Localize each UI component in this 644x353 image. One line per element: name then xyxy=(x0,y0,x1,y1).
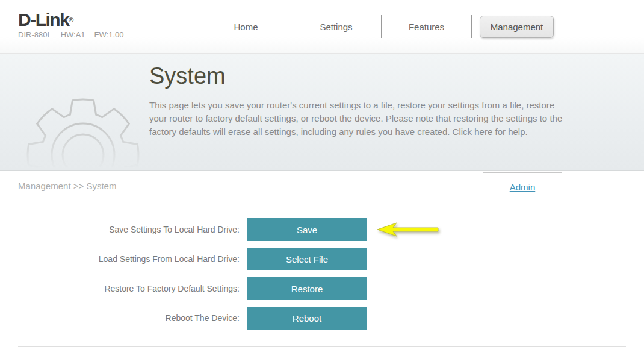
tab-settings[interactable]: Settings xyxy=(291,22,381,32)
tab-management[interactable]: Management xyxy=(472,16,562,38)
device-model: DIR-880L xyxy=(18,30,52,39)
breadcrumb-bar: Management >> System Admin xyxy=(0,171,644,202)
page-description: This page lets you save your router's cu… xyxy=(149,99,566,139)
page-title: System xyxy=(149,63,566,89)
device-fw: FW:1.00 xyxy=(94,30,124,39)
help-link[interactable]: Click here for help. xyxy=(453,127,528,137)
system-form: Save Settings To Local Hard Drive: Save … xyxy=(0,218,644,330)
restore-defaults-label: Restore To Factory Default Settings: xyxy=(0,284,247,293)
logo-text: D-Link xyxy=(18,10,69,30)
device-info: DIR-880L HW:A1 FW:1.00 xyxy=(18,30,123,39)
page-banner: System This page lets you save your rout… xyxy=(0,53,644,171)
save-settings-label: Save Settings To Local Hard Drive: xyxy=(0,225,247,234)
header: D-Link® DIR-880L HW:A1 FW:1.00 Home Sett… xyxy=(0,0,644,53)
reboot-device-label: Reboot The Device: xyxy=(0,313,247,323)
load-settings-label: Load Settings From Local Hard Drive: xyxy=(0,254,247,264)
tab-home[interactable]: Home xyxy=(201,22,291,32)
restore-button[interactable]: Restore xyxy=(247,277,367,300)
reboot-button[interactable]: Reboot xyxy=(247,307,367,330)
breadcrumb: Management >> System xyxy=(18,181,116,191)
tab-home-label[interactable]: Home xyxy=(234,22,258,32)
tab-features-label[interactable]: Features xyxy=(409,22,444,32)
gear-icon xyxy=(23,90,143,170)
dlink-logo: D-Link® xyxy=(18,11,123,29)
admin-link[interactable]: Admin xyxy=(510,182,536,192)
highlight-arrow-icon xyxy=(377,222,439,237)
form-row-restore: Restore To Factory Default Settings: Res… xyxy=(0,277,644,300)
tab-features[interactable]: Features xyxy=(382,22,471,32)
form-row-reboot: Reboot The Device: Reboot xyxy=(0,307,644,330)
save-button[interactable]: Save xyxy=(247,218,367,241)
logo: D-Link® DIR-880L HW:A1 FW:1.00 xyxy=(18,11,123,39)
registered-mark: ® xyxy=(69,16,73,23)
form-row-load: Load Settings From Local Hard Drive: Sel… xyxy=(0,248,644,270)
tab-management-label[interactable]: Management xyxy=(480,16,554,38)
banner-content: System This page lets you save your rout… xyxy=(149,63,566,139)
tab-settings-label[interactable]: Settings xyxy=(320,22,352,32)
main-nav: Home Settings Features Management xyxy=(201,0,562,53)
device-hw: HW:A1 xyxy=(61,30,85,39)
admin-box[interactable]: Admin xyxy=(483,172,562,201)
select-file-button[interactable]: Select File xyxy=(247,248,367,270)
footer-divider xyxy=(18,346,626,347)
form-row-save: Save Settings To Local Hard Drive: Save xyxy=(0,218,644,241)
